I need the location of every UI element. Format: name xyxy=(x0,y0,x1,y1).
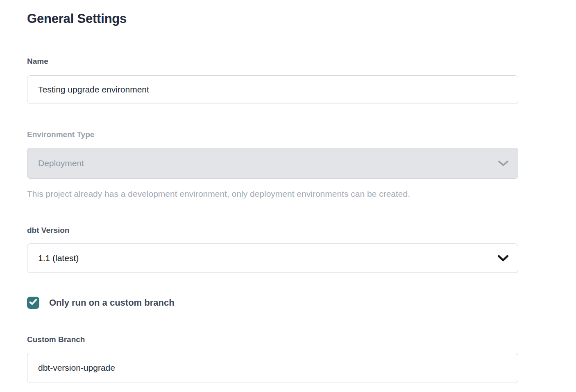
environment-type-label: Environment Type xyxy=(27,130,518,139)
custom-branch-checkbox[interactable] xyxy=(27,297,39,309)
name-input[interactable] xyxy=(27,75,518,104)
custom-branch-label: Custom Branch xyxy=(27,335,518,344)
environment-type-help-text: This project already has a development e… xyxy=(27,189,518,199)
custom-branch-toggle-row: Only run on a custom branch xyxy=(27,297,518,309)
page-title: General Settings xyxy=(27,11,518,26)
dbt-version-label: dbt Version xyxy=(27,226,518,235)
custom-branch-input[interactable] xyxy=(27,353,518,383)
dbt-version-field: dbt Version 1.1 (latest) xyxy=(27,226,518,273)
name-field: Name xyxy=(27,57,518,104)
environment-type-field: Environment Type Deployment This project… xyxy=(27,130,518,199)
environment-type-value: Deployment xyxy=(38,158,84,168)
name-label: Name xyxy=(27,57,518,66)
environment-type-select: Deployment xyxy=(27,148,518,179)
custom-branch-field: Custom Branch xyxy=(27,335,518,383)
general-settings-form: General Settings Name Environment Type D… xyxy=(0,0,518,383)
custom-branch-checkbox-label[interactable]: Only run on a custom branch xyxy=(49,297,175,308)
chevron-down-icon xyxy=(497,255,509,262)
chevron-down-icon xyxy=(498,160,509,167)
check-icon xyxy=(29,299,37,307)
dbt-version-value: 1.1 (latest) xyxy=(38,253,79,263)
dbt-version-select[interactable]: 1.1 (latest) xyxy=(27,243,518,273)
